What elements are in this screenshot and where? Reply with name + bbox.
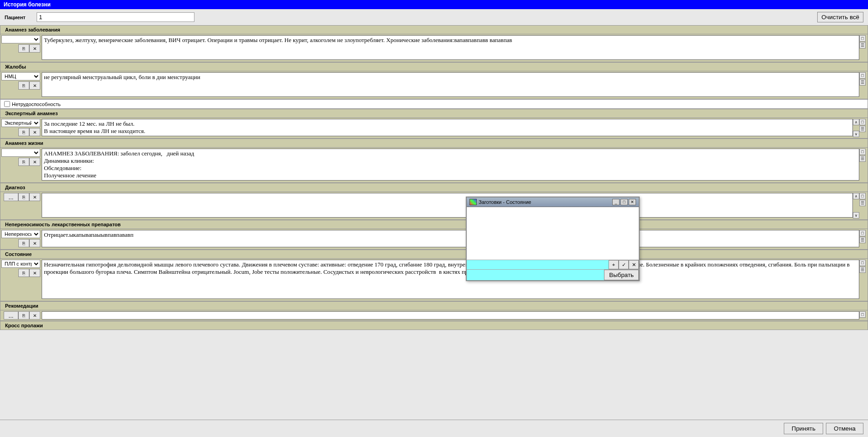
section-expert: Экспертный анамнез Экспертный а ⎘ ✕ ∧ ∨ … bbox=[0, 109, 868, 139]
expand-icon[interactable]: □ bbox=[859, 72, 866, 79]
intolerance-textarea[interactable] bbox=[42, 230, 859, 247]
popup-title: Заготовки - Состояние bbox=[479, 199, 612, 205]
life-dropdown[interactable] bbox=[1, 149, 40, 157]
dots-button[interactable]: ... bbox=[4, 311, 18, 320]
expert-textarea[interactable] bbox=[42, 119, 853, 136]
expand-icon[interactable]: □ bbox=[859, 260, 866, 266]
menu-icon[interactable]: ☰ bbox=[859, 266, 866, 273]
recommendations-input[interactable] bbox=[42, 311, 859, 320]
app-icon bbox=[469, 199, 477, 205]
section-cross: Кросс пролажи bbox=[0, 321, 868, 330]
complaints-textarea[interactable] bbox=[42, 72, 859, 97]
scroll-down-icon[interactable]: ∨ bbox=[853, 131, 859, 137]
window-title: История болезни bbox=[0, 0, 868, 9]
life-textarea[interactable] bbox=[42, 149, 859, 181]
popup-input[interactable] bbox=[467, 261, 609, 269]
section-header: Жалобы bbox=[0, 63, 868, 71]
diagnosis-textarea[interactable] bbox=[42, 193, 853, 218]
menu-icon[interactable]: ☰ bbox=[859, 155, 866, 162]
section-header: Непереносимость лекарственных препаратов bbox=[0, 220, 868, 229]
section-header: Экспертный анамнез bbox=[0, 109, 868, 118]
close-icon[interactable]: ✕ bbox=[629, 199, 636, 205]
delete-icon[interactable]: ✕ bbox=[29, 311, 40, 320]
patient-label: Пациент bbox=[5, 15, 37, 20]
condition-dropdown[interactable]: ПЛП с контрак bbox=[1, 260, 40, 268]
section-condition: Состояние ПЛП с контрак ⎘ ✕ □ ☰ bbox=[0, 250, 868, 301]
delete-icon[interactable]: ✕ bbox=[29, 193, 40, 201]
section-recommendations: Рекомедации ... ⎘ ✕ □ bbox=[0, 301, 868, 321]
section-diagnosis: Диагноз ... ⎘ ✕ ∧ ∨ □ ☰ bbox=[0, 183, 868, 220]
copy-icon[interactable]: ⎘ bbox=[18, 158, 29, 166]
section-header: Анамнез заболевания bbox=[0, 26, 868, 34]
copy-icon[interactable]: ⎘ bbox=[18, 311, 29, 320]
expand-icon[interactable]: □ bbox=[859, 119, 866, 125]
delete-icon[interactable]: ✕ bbox=[29, 158, 40, 166]
delete-icon[interactable]: ✕ bbox=[29, 239, 40, 247]
patient-row: Пациент Очистить всё bbox=[0, 9, 868, 25]
popup-list[interactable] bbox=[467, 207, 639, 260]
patient-input[interactable] bbox=[37, 12, 194, 22]
scroll-down-icon[interactable]: ∨ bbox=[853, 212, 859, 218]
condition-textarea[interactable] bbox=[42, 260, 859, 299]
expand-icon[interactable]: □ bbox=[859, 193, 866, 199]
menu-icon[interactable]: ☰ bbox=[859, 126, 866, 132]
clear-all-button[interactable]: Очистить всё bbox=[817, 12, 863, 22]
section-life: Анамнез жизни ⎘ ✕ □ ☰ bbox=[0, 139, 868, 183]
scroll-up-icon[interactable]: ∧ bbox=[853, 193, 859, 199]
disability-label: Нетрудоспособность bbox=[12, 101, 60, 107]
expand-icon[interactable]: □ bbox=[859, 35, 866, 42]
section-header: Состояние bbox=[0, 250, 868, 259]
anamnez-zab-dropdown[interactable] bbox=[1, 35, 40, 43]
copy-icon[interactable]: ⎘ bbox=[18, 193, 29, 201]
section-header: Кросс пролажи bbox=[0, 321, 868, 330]
cancel-icon[interactable]: ✕ bbox=[629, 260, 639, 269]
dots-button[interactable]: ... bbox=[4, 193, 18, 201]
expert-dropdown[interactable]: Экспертный а bbox=[1, 119, 40, 127]
copy-icon[interactable]: ⎘ bbox=[18, 269, 29, 277]
copy-icon[interactable]: ⎘ bbox=[18, 44, 29, 53]
expand-icon[interactable]: □ bbox=[859, 230, 866, 236]
intolerance-dropdown[interactable]: Непереносимо bbox=[1, 230, 40, 238]
menu-icon[interactable]: ☰ bbox=[859, 79, 866, 85]
delete-icon[interactable]: ✕ bbox=[29, 44, 40, 53]
maximize-icon[interactable]: □ bbox=[620, 199, 628, 205]
delete-icon[interactable]: ✕ bbox=[29, 128, 40, 136]
check-icon[interactable]: ✓ bbox=[619, 260, 629, 269]
menu-icon[interactable]: ☰ bbox=[859, 200, 866, 206]
menu-icon[interactable]: ☰ bbox=[859, 237, 866, 243]
plus-icon[interactable]: + bbox=[609, 260, 619, 269]
popup-select-row: Выбрать bbox=[467, 269, 639, 280]
expand-icon[interactable]: □ bbox=[859, 149, 866, 155]
templates-popup: Заготовки - Состояние _ □ ✕ + ✓ ✕ Выбрат… bbox=[466, 197, 640, 281]
section-header: Диагноз bbox=[0, 183, 868, 192]
menu-icon[interactable]: ☰ bbox=[859, 42, 866, 48]
section-header: Анамнез жизни bbox=[0, 139, 868, 148]
delete-icon[interactable]: ✕ bbox=[29, 81, 40, 90]
section-intolerance: Непереносимость лекарственных препаратов… bbox=[0, 220, 868, 250]
select-button[interactable]: Выбрать bbox=[604, 270, 639, 280]
copy-icon[interactable]: ⎘ bbox=[18, 239, 29, 247]
scroll-up-icon[interactable]: ∧ bbox=[853, 119, 859, 125]
copy-icon[interactable]: ⎘ bbox=[18, 81, 29, 90]
copy-icon[interactable]: ⎘ bbox=[18, 128, 29, 136]
popup-input-row: + ✓ ✕ bbox=[467, 260, 639, 269]
complaints-dropdown[interactable]: НМЦ bbox=[1, 72, 40, 80]
popup-titlebar[interactable]: Заготовки - Состояние _ □ ✕ bbox=[467, 197, 639, 207]
disability-section: Нетрудоспособность bbox=[0, 99, 868, 109]
delete-icon[interactable]: ✕ bbox=[29, 269, 40, 277]
minimize-icon[interactable]: _ bbox=[612, 199, 620, 205]
anamnez-zab-textarea[interactable] bbox=[42, 35, 859, 60]
section-anamnez-zab: Анамнез заболевания ⎘ ✕ □ ☰ bbox=[0, 25, 868, 62]
section-complaints: Жалобы НМЦ ⎘ ✕ □ ☰ bbox=[0, 62, 868, 99]
section-header: Рекомедации bbox=[0, 302, 868, 310]
disability-checkbox[interactable] bbox=[4, 101, 10, 107]
expand-icon[interactable]: □ bbox=[859, 311, 866, 318]
